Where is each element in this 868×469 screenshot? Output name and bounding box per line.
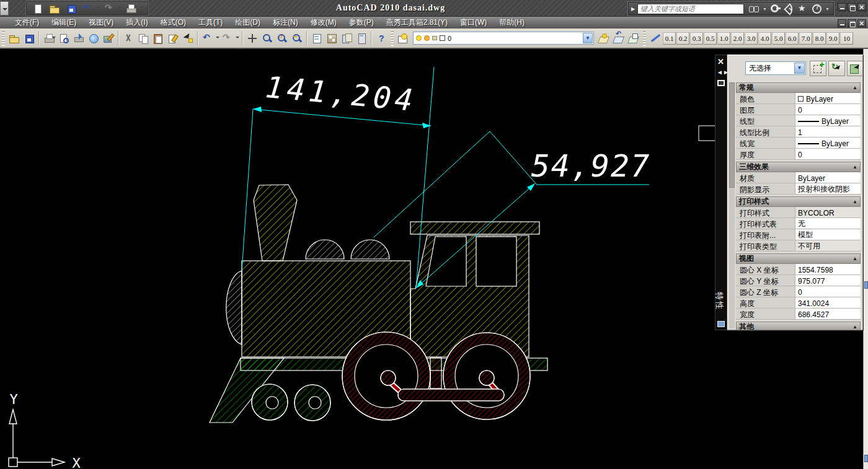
palette-scrollbar[interactable]: [729, 82, 735, 328]
layer-states-button[interactable]: [626, 30, 641, 46]
menu-item-7[interactable]: 标注(N): [267, 17, 304, 28]
open-button[interactable]: [47, 1, 62, 17]
train-drive-wheel-2[interactable]: [443, 333, 530, 419]
lineweight-button-8.0[interactable]: 8.0: [813, 32, 826, 45]
redo-button[interactable]: [220, 30, 240, 46]
property-value[interactable]: ByLayer: [795, 172, 861, 183]
train-dome-2[interactable]: [351, 240, 389, 259]
search-icon[interactable]: [749, 4, 759, 14]
cut-button[interactable]: [121, 30, 136, 46]
layer-properties-button[interactable]: [396, 30, 410, 46]
image-edit-button[interactable]: [101, 30, 116, 46]
design-center-button[interactable]: [324, 30, 339, 46]
lineweight-button-10[interactable]: 10: [840, 32, 853, 45]
select-objects-button[interactable]: [828, 61, 845, 76]
copy-button[interactable]: [136, 30, 151, 46]
docked-toolbar-icon[interactable]: [864, 281, 868, 289]
key-icon[interactable]: [771, 4, 781, 14]
dimension-texts[interactable]: 141,204 54,927: [264, 69, 651, 184]
property-value[interactable]: 0: [795, 286, 861, 297]
menu-item-4[interactable]: 格式(O): [154, 17, 192, 28]
menu-item-0[interactable]: 文件(F): [9, 17, 45, 28]
property-value[interactable]: 0: [795, 104, 861, 115]
section-header[interactable]: 三维效果▲: [736, 162, 861, 172]
train-dome-1[interactable]: [306, 240, 344, 259]
save-button[interactable]: [64, 1, 79, 17]
property-value[interactable]: 无: [795, 218, 861, 229]
palette-menu-icon[interactable]: [717, 80, 725, 86]
zoom-window-button[interactable]: [275, 30, 290, 46]
property-value[interactable]: 1: [795, 126, 861, 137]
property-value[interactable]: BYCOLOR: [795, 207, 861, 217]
menu-item-5[interactable]: 工具(T): [192, 17, 229, 28]
palette-bottom-icon[interactable]: [717, 321, 725, 327]
palette-close-icon[interactable]: ✕: [717, 57, 724, 66]
pan-button[interactable]: [245, 30, 260, 46]
undo-button[interactable]: [200, 30, 220, 46]
train-small-wheel-2[interactable]: [294, 385, 330, 421]
restore-button[interactable]: [848, 3, 856, 11]
lineweight-button-9.0[interactable]: 9.0: [826, 32, 839, 45]
property-value[interactable]: 1554.7598: [795, 264, 861, 274]
help-button[interactable]: [374, 30, 389, 46]
collapse-icon[interactable]: ▲: [852, 85, 857, 90]
docked-toolbar-icon[interactable]: [864, 455, 868, 462]
satellite-icon[interactable]: [784, 4, 794, 14]
quick-select-button[interactable]: [847, 61, 863, 76]
section-header[interactable]: 常规▲: [736, 82, 861, 93]
property-value[interactable]: ByLayer: [795, 93, 861, 103]
property-value[interactable]: ByLayer: [795, 115, 861, 126]
globe-button[interactable]: [86, 30, 101, 46]
toggle-pickadd-button[interactable]: [810, 61, 826, 76]
preview-button[interactable]: [56, 30, 71, 46]
lineweight-button-0.2[interactable]: 0.2: [676, 32, 689, 45]
menu-item-2[interactable]: 视图(V): [82, 17, 120, 28]
lineweight-button-5.0[interactable]: 5.0: [772, 32, 785, 45]
zoom-button[interactable]: [260, 30, 275, 46]
open-button[interactable]: [7, 30, 22, 46]
toolbar-grip[interactable]: [2, 31, 5, 46]
train-smokestack[interactable]: [254, 185, 297, 261]
menu-item-8[interactable]: 修改(M): [304, 17, 343, 28]
menu-item-9[interactable]: 参数(P): [343, 17, 380, 28]
chevron-down-icon[interactable]: ▼: [794, 63, 805, 74]
small-white-rect[interactable]: [699, 126, 716, 141]
properties-button[interactable]: [309, 30, 324, 46]
chevron-down-icon[interactable]: [118, 7, 122, 11]
menu-item-10[interactable]: 燕秀工具箱2.81(Y): [380, 17, 454, 28]
redo-button[interactable]: [102, 1, 122, 17]
lineweight-button-7.0[interactable]: 7.0: [799, 32, 812, 45]
train-drawing[interactable]: [210, 185, 547, 423]
train-cab-window-2[interactable]: [476, 237, 516, 286]
lineweight-toolbar-button[interactable]: [648, 30, 663, 46]
toolbar-grip[interactable]: [391, 31, 394, 46]
lineweight-button-0.3[interactable]: 0.3: [690, 32, 703, 45]
block-editor-button[interactable]: [180, 30, 195, 46]
chevron-down-icon[interactable]: [236, 37, 239, 40]
zoom-previous-button[interactable]: [290, 30, 304, 46]
collapse-icon[interactable]: ▲: [852, 164, 857, 170]
collapse-icon[interactable]: ▲: [852, 256, 857, 261]
undo-button[interactable]: [81, 1, 100, 17]
publish-button[interactable]: [71, 30, 86, 46]
lineweight-button-3.0[interactable]: 3.0: [745, 32, 758, 45]
train-small-wheel-1[interactable]: [252, 384, 288, 420]
doc-minimize-button[interactable]: [838, 19, 846, 27]
train-drive-wheel-1[interactable]: [342, 332, 430, 420]
property-value[interactable]: 686.4527: [795, 309, 861, 319]
search-input[interactable]: [637, 4, 744, 14]
property-value[interactable]: 投射和接收阴影: [795, 183, 861, 194]
menu-item-6[interactable]: 绘图(D): [229, 17, 267, 28]
property-value[interactable]: 341.0024: [795, 297, 861, 308]
train-cab-roof[interactable]: [410, 222, 539, 234]
minimize-button[interactable]: [838, 3, 846, 11]
lineweight-button-4.0[interactable]: 4.0: [758, 32, 771, 45]
star-icon[interactable]: [798, 4, 808, 14]
doc-close-button[interactable]: [857, 19, 866, 27]
new-button[interactable]: [30, 1, 45, 17]
chevron-down-icon[interactable]: [216, 37, 219, 40]
palette-title-rail[interactable]: ✕ ◄► 特性: [715, 55, 727, 330]
property-value[interactable]: 975.077: [795, 275, 861, 286]
lineweight-button-0.1[interactable]: 0.1: [663, 32, 676, 45]
toolbar-grip[interactable]: [643, 31, 646, 46]
